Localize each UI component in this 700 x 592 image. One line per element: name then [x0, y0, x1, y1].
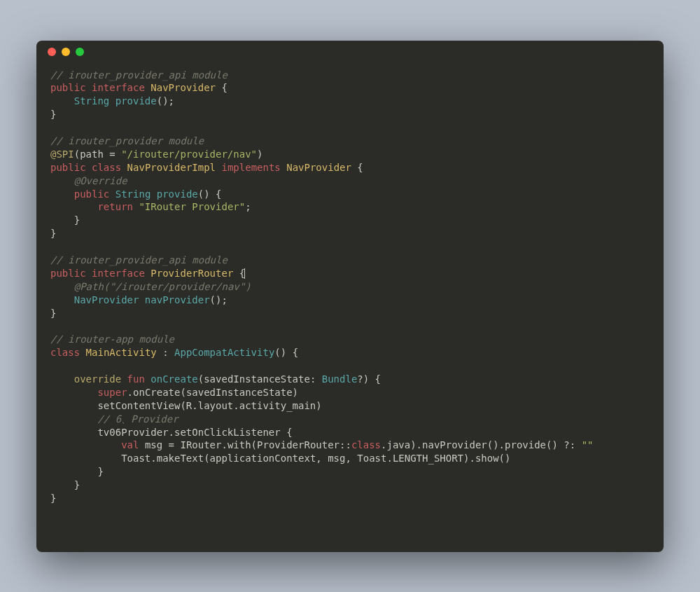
code-punc: { — [351, 162, 363, 173]
code-method: navProvider — [139, 294, 209, 305]
code-keyword: return — [97, 201, 133, 212]
code-keyword: class — [50, 347, 80, 358]
code-classname: NavProvider — [286, 162, 351, 173]
code-keyword: implements — [221, 162, 280, 173]
code-indent — [50, 373, 74, 385]
code-punc: { — [233, 268, 245, 279]
code-editor[interactable]: // irouter_provider_api module public in… — [36, 63, 664, 552]
code-punc: ; — [245, 201, 251, 212]
code-annotation: @Path — [74, 281, 104, 292]
code-punc: () { — [198, 188, 222, 200]
code-type: Bundle — [322, 373, 358, 385]
code-punc: } — [50, 228, 56, 239]
code-keyword: public — [50, 268, 86, 279]
code-text: setContentView(R.layout.activity_main) — [97, 400, 321, 411]
code-punc: } — [50, 466, 104, 477]
code-keyword: interface — [92, 268, 145, 279]
code-comment: // 6、Provider — [97, 413, 178, 425]
code-indent — [50, 188, 74, 200]
code-string: "/irouter/provider/nav" — [109, 281, 245, 292]
code-indent — [50, 387, 97, 398]
maximize-icon[interactable] — [76, 48, 84, 56]
code-indent — [50, 95, 74, 106]
code-punc: (savedInstanceState: — [198, 373, 322, 385]
code-punc: } — [50, 493, 56, 504]
text-cursor-icon — [244, 268, 245, 279]
code-text: tv06Provider.setOnClickListener { — [97, 427, 292, 438]
code-text: .onCreate(savedInstanceState) — [127, 387, 298, 398]
code-indent — [50, 201, 97, 212]
code-classname: NavProvider — [150, 82, 216, 93]
code-keyword: val — [121, 439, 139, 450]
code-type: String — [74, 95, 110, 106]
code-text: msg = IRouter.with(ProviderRouter:: — [139, 439, 351, 450]
code-text: Toast.makeText(applicationContext, msg, … — [121, 453, 510, 464]
code-keyword: public — [74, 188, 110, 200]
code-keyword: override — [74, 373, 121, 385]
code-string: "" — [582, 439, 594, 450]
window-titlebar — [36, 41, 664, 63]
code-punc: (path = — [74, 149, 121, 160]
code-indent — [50, 281, 74, 292]
code-punc: } — [50, 109, 56, 120]
code-punc: (); — [157, 95, 174, 106]
minimize-icon[interactable] — [62, 48, 70, 56]
code-indent — [50, 439, 121, 450]
code-punc: } — [50, 214, 80, 226]
code-string: "IRouter Provider" — [133, 201, 245, 212]
code-punc: } — [50, 308, 56, 319]
code-keyword: public — [50, 82, 86, 93]
code-comment: // irouter_provider module — [50, 135, 204, 146]
code-classname: NavProviderImpl — [127, 162, 216, 173]
code-indent — [50, 427, 97, 438]
code-punc: : — [157, 347, 174, 358]
code-punc: ?) { — [357, 373, 381, 385]
code-method: onCreate — [145, 373, 198, 385]
code-string: "/irouter/provider/nav" — [121, 149, 257, 160]
code-keyword: fun — [121, 373, 145, 385]
code-type: String — [115, 188, 151, 200]
code-classname: ProviderRouter — [150, 268, 233, 279]
code-annotation: @SPI — [50, 149, 74, 160]
code-method: provide — [109, 95, 156, 106]
code-indent — [50, 453, 121, 464]
code-keyword: class — [92, 162, 121, 173]
code-indent — [50, 413, 97, 425]
code-keyword: public — [50, 162, 86, 173]
code-punc: ) — [245, 281, 251, 292]
code-indent — [50, 175, 74, 186]
code-indent — [50, 400, 97, 411]
code-type: NavProvider — [74, 294, 139, 305]
code-keyword: class — [351, 439, 381, 450]
code-punc: (); — [210, 294, 227, 305]
close-icon[interactable] — [48, 48, 56, 56]
code-comment: // irouter_provider_api module — [50, 69, 227, 81]
code-text: .java).navProvider().provide() ?: — [381, 439, 582, 450]
code-annotation: @Override — [74, 175, 127, 186]
code-keyword: interface — [92, 82, 145, 93]
code-punc: ) — [257, 149, 262, 160]
code-punc: { — [216, 82, 227, 93]
code-type: AppCompatActivity — [174, 347, 274, 358]
code-comment: // irouter_provider_api module — [50, 254, 227, 266]
code-indent — [50, 294, 74, 305]
code-punc: } — [50, 479, 80, 490]
code-keyword: super — [97, 387, 127, 398]
code-comment: // irouter-app module — [50, 333, 174, 345]
code-punc: () { — [274, 347, 298, 358]
code-window: // irouter_provider_api module public in… — [36, 41, 664, 552]
code-classname: MainActivity — [86, 347, 157, 358]
code-method: provide — [150, 188, 197, 200]
